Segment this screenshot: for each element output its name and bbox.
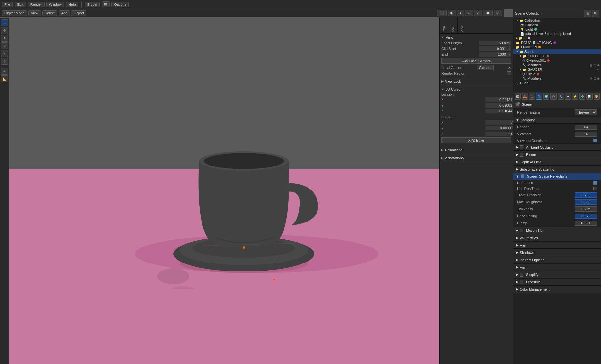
viewport-shading-solid[interactable]: ⬛ <box>437 10 447 16</box>
ssr-header[interactable]: ▼ Screen Space Reflections <box>513 173 601 180</box>
help-menu[interactable]: Help <box>66 2 78 7</box>
clip-end-input[interactable] <box>479 52 511 57</box>
viewport-shading-render[interactable]: ● <box>457 10 464 16</box>
cursor-rx-input[interactable] <box>485 120 513 125</box>
viewport-proportional-btn[interactable]: ◎ <box>494 10 502 16</box>
object-btn[interactable]: Object <box>71 10 86 16</box>
cursor-ry-input[interactable] <box>485 126 513 130</box>
half-res-checkbox[interactable] <box>593 187 597 190</box>
render-props-icon[interactable]: 🖼 <box>515 93 521 100</box>
window-menu[interactable]: Window <box>46 2 64 7</box>
object-props-icon[interactable]: ⬡ <box>550 93 556 100</box>
viewport-gizmo-btn[interactable]: ⊕ <box>474 10 482 16</box>
outliner-item-cupsauce[interactable]: ▼ 📁 Scene <box>513 49 601 54</box>
cursor-x-input[interactable] <box>485 97 513 102</box>
select-tool-icon[interactable]: ↖ <box>1 19 8 26</box>
clip-start-input[interactable] <box>479 46 511 51</box>
cursor-section-header[interactable]: ▼ 3D Cursor <box>441 87 511 92</box>
motion-blur-header[interactable]: ▶ Motion Blur <box>513 227 601 234</box>
collections-header[interactable]: ▶ Collections <box>441 147 511 152</box>
euler-btn[interactable]: XYZ Euler <box>441 137 511 143</box>
color-management-header[interactable]: ▶ Color Management <box>513 286 601 293</box>
outliner-item-cylinder[interactable]: ⬡ Cylinder.001 <box>513 58 601 63</box>
ssr-checkbox[interactable] <box>521 174 524 178</box>
render-samples-value[interactable]: 64 <box>575 125 597 130</box>
camera-select-btn[interactable]: Camera <box>477 65 494 70</box>
viewport-denoising-checkbox[interactable] <box>593 139 597 142</box>
n-tab-view[interactable]: View <box>457 17 466 33</box>
film-header[interactable]: ▶ Film <box>513 264 601 271</box>
viewport-shading-material[interactable]: ◉ <box>448 10 456 16</box>
rotate-tool-icon[interactable]: ↻ <box>1 42 8 49</box>
measure-icon[interactable]: 📐 <box>1 75 8 82</box>
view-btn[interactable]: View <box>28 10 41 16</box>
annotations-header[interactable]: ▶ Annotations <box>441 155 511 160</box>
outliner-item-cube[interactable]: ⬡ Cube <box>513 81 601 85</box>
constraints-props-icon[interactable]: 🔗 <box>579 93 585 100</box>
move-tool-icon[interactable]: ✥ <box>1 35 8 42</box>
simplify-checkbox[interactable] <box>520 273 523 277</box>
edit-menu[interactable]: Edit <box>15 2 26 7</box>
outliner-item-modifiers2[interactable]: 🔧 Modifiers ◎ ⊡ ⊕ <box>513 76 601 81</box>
max-roughness-value[interactable]: 0.500 <box>575 199 597 205</box>
cursor-tool-icon[interactable]: ✛ <box>1 27 8 34</box>
cursor-y-input[interactable] <box>485 103 513 108</box>
view-lock-header[interactable]: ▶ View Lock <box>441 79 511 84</box>
volumetrics-header[interactable]: ▶ Volumetrics <box>513 234 601 241</box>
outliner-search-icon[interactable]: 🔍 <box>592 10 599 17</box>
trace-precision-value[interactable]: 0.250 <box>575 192 597 198</box>
outliner-filter-icon[interactable]: ⊟ <box>584 10 591 17</box>
global-dropdown[interactable]: Global <box>85 2 100 7</box>
render-menu[interactable]: Render <box>28 2 45 7</box>
render-region-checkbox[interactable] <box>507 71 511 75</box>
indirect-lighting-header[interactable]: ▶ Indirect Lighting <box>513 256 601 263</box>
outliner-item-collection[interactable]: ▼ 📁 Collection <box>513 18 601 23</box>
outliner-item-blend[interactable]: 📄 tutorial Level 3 create cup.blend <box>513 32 601 36</box>
dof-header[interactable]: ▶ Depth of Field <box>513 158 601 166</box>
use-local-camera-btn[interactable]: Use Local Camera <box>441 58 511 64</box>
outliner-item-modifiers1[interactable]: 🔧 Modifiers ◎ ⊡ ⊕ <box>513 63 601 67</box>
snap-btn[interactable]: ⊞ <box>102 1 110 7</box>
material-props-icon[interactable]: 🎨 <box>594 93 600 100</box>
outliner-item-coffeecup[interactable]: ▼ 📁 COFFEE CUP <box>513 54 601 58</box>
scale-tool-icon[interactable]: ⤢ <box>1 50 8 57</box>
simplify-header[interactable]: ▶ Simplify <box>513 271 601 278</box>
sampling-header[interactable]: ▼ Sampling <box>513 117 601 124</box>
hair-header[interactable]: ▶ Hair <box>513 242 601 249</box>
outliner-item-doughnut[interactable]: 📁 DOUGHNUT ICING <box>513 40 601 45</box>
viewport-area[interactable]: Object Mode View Select Add Object ⬛ ◉ ●… <box>0 9 513 364</box>
transform-tool-icon[interactable]: ⊹ <box>1 58 8 65</box>
focal-length-input[interactable] <box>479 41 511 45</box>
viewport-samples-value[interactable]: 16 <box>575 132 597 137</box>
freestyle-header[interactable]: ▶ Freestyle <box>513 279 601 286</box>
particles-props-icon[interactable]: ✦ <box>565 93 571 100</box>
refraction-checkbox[interactable] <box>593 181 597 185</box>
outliner-item-light[interactable]: 💡 Light <box>513 27 601 32</box>
saucer-eye-icon[interactable]: 👁 <box>597 68 600 71</box>
ambient-occlusion-header[interactable]: ▶ Ambient Occlusion <box>513 144 601 151</box>
bloom-header[interactable]: ▶ Bloom <box>513 151 601 158</box>
outliner-item-environ[interactable]: 📁 ENVIRON <box>513 45 601 49</box>
outliner-item-saucer[interactable]: ▼ 📁 SAUCER 👁 <box>513 67 601 72</box>
add-btn[interactable]: Add <box>59 10 70 16</box>
sss-header[interactable]: ▶ Subsurface Scattering <box>513 166 601 173</box>
view-section-header[interactable]: ▼ View <box>441 35 511 40</box>
ao-checkbox[interactable] <box>520 145 523 149</box>
cursor-rz-input[interactable] <box>485 132 513 136</box>
modifier-props-icon[interactable]: 🔧 <box>558 93 564 100</box>
thickness-value[interactable]: 0.2 m <box>575 206 597 212</box>
outliner-item-cup[interactable]: ▶ 📁 CUP <box>513 36 601 40</box>
scene-props-icon[interactable]: 🎬 <box>536 93 542 100</box>
info-menu[interactable]: File <box>2 2 13 7</box>
n-tab-item[interactable]: Item <box>440 17 449 33</box>
mb-checkbox[interactable] <box>520 229 523 232</box>
render-engine-select[interactable]: Eevee <box>575 109 597 115</box>
options-btn[interactable]: Options <box>111 2 129 7</box>
shadows-header[interactable]: ▶ Shadows <box>513 249 601 256</box>
bloom-checkbox[interactable] <box>520 153 523 157</box>
world-props-icon[interactable]: 🌍 <box>543 93 549 100</box>
outliner-item-camera[interactable]: 📷 Camera <box>513 23 601 27</box>
cursor-z-input[interactable] <box>485 109 513 113</box>
select-btn[interactable]: Select <box>42 10 57 16</box>
data-props-icon[interactable]: 📊 <box>586 93 592 100</box>
